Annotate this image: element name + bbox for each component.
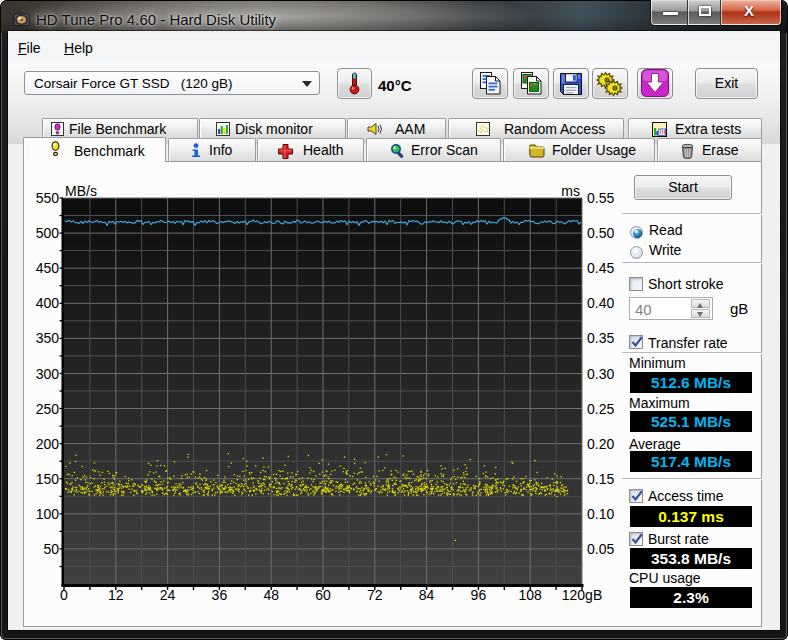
svg-text:84: 84 [419,587,435,603]
svg-text:350: 350 [36,330,60,346]
svg-text:96: 96 [471,587,487,603]
svg-text:0.45: 0.45 [587,260,614,276]
svg-text:400: 400 [36,295,60,311]
svg-text:0.15: 0.15 [587,471,614,487]
svg-text:500: 500 [36,225,60,241]
svg-text:0.55: 0.55 [587,190,614,206]
svg-text:24: 24 [160,587,176,603]
svg-text:120gB: 120gB [562,587,602,603]
svg-text:48: 48 [263,587,279,603]
svg-text:0: 0 [60,587,68,603]
svg-text:0.10: 0.10 [587,506,614,522]
svg-text:0.30: 0.30 [587,366,614,382]
svg-text:108: 108 [519,587,543,603]
svg-text:0.25: 0.25 [587,401,614,417]
svg-text:150: 150 [36,471,60,487]
svg-text:36: 36 [212,587,228,603]
svg-text:200: 200 [36,436,60,452]
svg-text:250: 250 [36,401,60,417]
svg-text:ms: ms [561,183,580,199]
svg-text:60: 60 [315,587,331,603]
svg-text:50: 50 [43,541,59,557]
svg-text:0.35: 0.35 [587,330,614,346]
svg-text:MB/s: MB/s [65,183,97,199]
svg-text:0.05: 0.05 [587,541,614,557]
svg-text:0.40: 0.40 [587,295,614,311]
svg-text:12: 12 [108,587,124,603]
svg-text:0.50: 0.50 [587,225,614,241]
svg-text:100: 100 [36,506,60,522]
svg-text:450: 450 [36,260,60,276]
svg-text:0.20: 0.20 [587,436,614,452]
svg-text:300: 300 [36,366,60,382]
svg-text:550: 550 [36,190,60,206]
svg-text:72: 72 [367,587,383,603]
